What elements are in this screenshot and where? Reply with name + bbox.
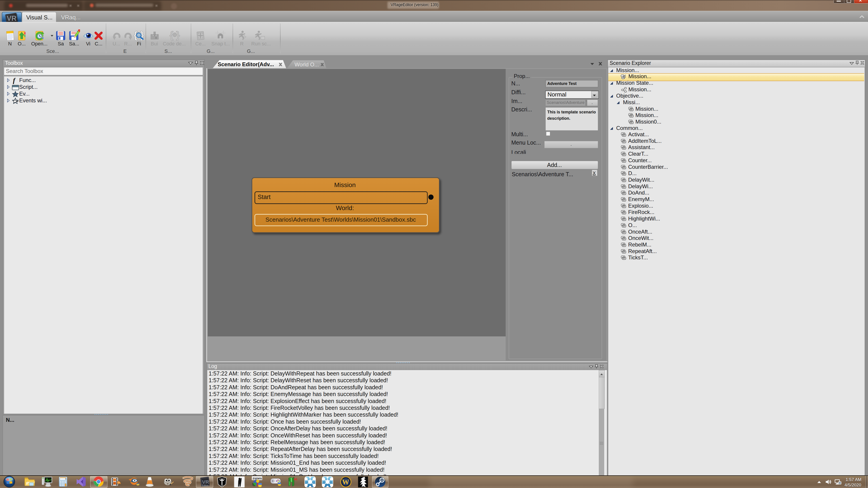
- svg-text:0: 0: [65, 478, 66, 480]
- svg-text:W: W: [342, 478, 349, 486]
- svg-text:zsnes: zsnes: [252, 476, 262, 480]
- svg-text:14: 14: [221, 484, 223, 487]
- svg-text:VR: VR: [202, 479, 209, 485]
- svg-text:64: 64: [293, 477, 297, 481]
- svg-text:Editor: Editor: [202, 484, 209, 487]
